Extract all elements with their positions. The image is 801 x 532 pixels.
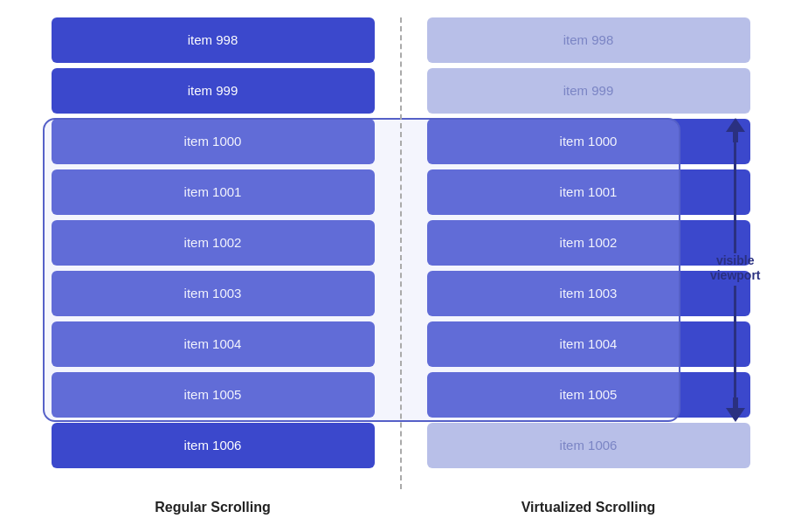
diagram: item 998 item 999 item 1000 item 1001 it… xyxy=(25,17,777,515)
svg-rect-2 xyxy=(733,397,738,410)
svg-rect-1 xyxy=(733,130,738,142)
svg-marker-0 xyxy=(726,118,745,132)
arrow-up-icon xyxy=(726,118,745,142)
viewport-label-line2: viewport xyxy=(710,268,761,283)
list-item: item 1006 xyxy=(427,423,750,468)
svg-marker-3 xyxy=(726,408,745,422)
viewport-arrow: visible viewport xyxy=(710,118,761,422)
columns-wrapper: item 998 item 999 item 1000 item 1001 it… xyxy=(25,17,777,489)
column-divider xyxy=(400,17,402,489)
list-item: item 999 xyxy=(52,68,375,114)
list-item: item 998 xyxy=(427,17,750,63)
left-column-label: Regular Scrolling xyxy=(25,500,401,515)
arrow-down-icon xyxy=(726,397,745,422)
right-column-label: Virtualized Scrolling xyxy=(401,500,777,515)
list-item: item 999 xyxy=(427,68,750,114)
list-item: item 1006 xyxy=(52,423,375,468)
labels-row: Regular Scrolling Virtualized Scrolling xyxy=(25,500,777,515)
list-item: item 998 xyxy=(52,17,375,63)
viewport-box xyxy=(43,118,680,422)
viewport-label-line1: visible xyxy=(716,253,755,268)
arrow-shaft xyxy=(734,142,736,253)
arrow-shaft-lower xyxy=(734,286,736,397)
